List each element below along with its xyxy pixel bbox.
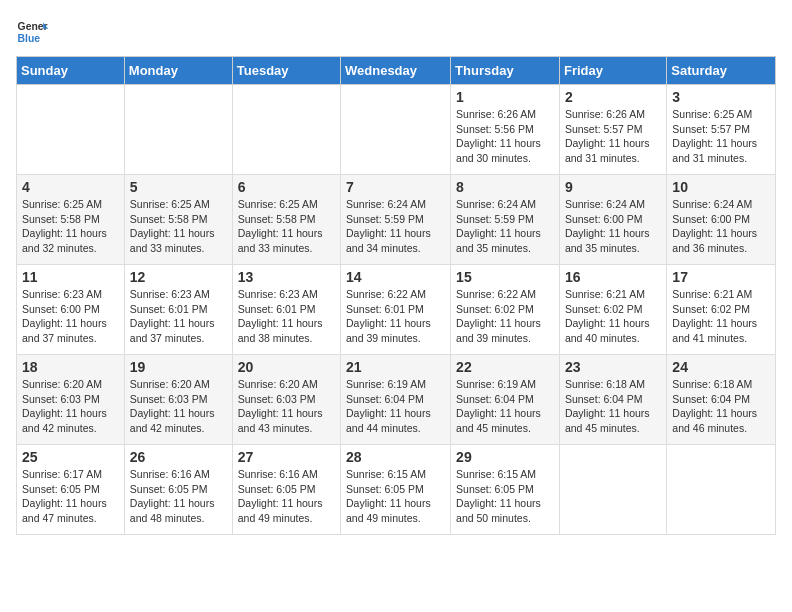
calendar-cell: 18Sunrise: 6:20 AM Sunset: 6:03 PM Dayli… [17,355,125,445]
calendar-cell: 5Sunrise: 6:25 AM Sunset: 5:58 PM Daylig… [124,175,232,265]
cell-info: Sunrise: 6:15 AM Sunset: 6:05 PM Dayligh… [456,467,554,526]
day-number: 3 [672,89,770,105]
cell-info: Sunrise: 6:19 AM Sunset: 6:04 PM Dayligh… [456,377,554,436]
cell-info: Sunrise: 6:23 AM Sunset: 6:01 PM Dayligh… [238,287,335,346]
cell-info: Sunrise: 6:26 AM Sunset: 5:56 PM Dayligh… [456,107,554,166]
day-number: 11 [22,269,119,285]
day-number: 22 [456,359,554,375]
cell-info: Sunrise: 6:24 AM Sunset: 5:59 PM Dayligh… [456,197,554,256]
cell-info: Sunrise: 6:25 AM Sunset: 5:57 PM Dayligh… [672,107,770,166]
calendar-cell: 1Sunrise: 6:26 AM Sunset: 5:56 PM Daylig… [451,85,560,175]
calendar-cell: 26Sunrise: 6:16 AM Sunset: 6:05 PM Dayli… [124,445,232,535]
cell-info: Sunrise: 6:21 AM Sunset: 6:02 PM Dayligh… [672,287,770,346]
calendar-cell [667,445,776,535]
day-number: 20 [238,359,335,375]
day-number: 2 [565,89,661,105]
cell-info: Sunrise: 6:24 AM Sunset: 5:59 PM Dayligh… [346,197,445,256]
calendar-week-row: 25Sunrise: 6:17 AM Sunset: 6:05 PM Dayli… [17,445,776,535]
day-number: 6 [238,179,335,195]
calendar-cell: 19Sunrise: 6:20 AM Sunset: 6:03 PM Dayli… [124,355,232,445]
cell-info: Sunrise: 6:22 AM Sunset: 6:02 PM Dayligh… [456,287,554,346]
cell-info: Sunrise: 6:22 AM Sunset: 6:01 PM Dayligh… [346,287,445,346]
day-number: 8 [456,179,554,195]
cell-info: Sunrise: 6:24 AM Sunset: 6:00 PM Dayligh… [565,197,661,256]
calendar-cell: 29Sunrise: 6:15 AM Sunset: 6:05 PM Dayli… [451,445,560,535]
calendar-week-row: 18Sunrise: 6:20 AM Sunset: 6:03 PM Dayli… [17,355,776,445]
cell-info: Sunrise: 6:18 AM Sunset: 6:04 PM Dayligh… [672,377,770,436]
cell-info: Sunrise: 6:20 AM Sunset: 6:03 PM Dayligh… [22,377,119,436]
day-number: 19 [130,359,227,375]
day-number: 15 [456,269,554,285]
day-number: 13 [238,269,335,285]
calendar-cell: 14Sunrise: 6:22 AM Sunset: 6:01 PM Dayli… [341,265,451,355]
calendar-cell: 6Sunrise: 6:25 AM Sunset: 5:58 PM Daylig… [232,175,340,265]
calendar-cell: 16Sunrise: 6:21 AM Sunset: 6:02 PM Dayli… [559,265,666,355]
calendar-cell: 11Sunrise: 6:23 AM Sunset: 6:00 PM Dayli… [17,265,125,355]
cell-info: Sunrise: 6:26 AM Sunset: 5:57 PM Dayligh… [565,107,661,166]
day-number: 10 [672,179,770,195]
calendar-cell: 27Sunrise: 6:16 AM Sunset: 6:05 PM Dayli… [232,445,340,535]
calendar-cell [124,85,232,175]
calendar-week-row: 11Sunrise: 6:23 AM Sunset: 6:00 PM Dayli… [17,265,776,355]
day-number: 17 [672,269,770,285]
cell-info: Sunrise: 6:20 AM Sunset: 6:03 PM Dayligh… [238,377,335,436]
cell-info: Sunrise: 6:20 AM Sunset: 6:03 PM Dayligh… [130,377,227,436]
day-number: 9 [565,179,661,195]
calendar-header-row: SundayMondayTuesdayWednesdayThursdayFrid… [17,57,776,85]
day-number: 18 [22,359,119,375]
day-number: 28 [346,449,445,465]
calendar-cell [232,85,340,175]
cell-info: Sunrise: 6:16 AM Sunset: 6:05 PM Dayligh… [130,467,227,526]
header-monday: Monday [124,57,232,85]
header-saturday: Saturday [667,57,776,85]
cell-info: Sunrise: 6:18 AM Sunset: 6:04 PM Dayligh… [565,377,661,436]
cell-info: Sunrise: 6:25 AM Sunset: 5:58 PM Dayligh… [22,197,119,256]
cell-info: Sunrise: 6:24 AM Sunset: 6:00 PM Dayligh… [672,197,770,256]
calendar-table: SundayMondayTuesdayWednesdayThursdayFrid… [16,56,776,535]
header-sunday: Sunday [17,57,125,85]
day-number: 14 [346,269,445,285]
svg-text:Blue: Blue [18,33,41,44]
calendar-cell: 24Sunrise: 6:18 AM Sunset: 6:04 PM Dayli… [667,355,776,445]
calendar-cell: 15Sunrise: 6:22 AM Sunset: 6:02 PM Dayli… [451,265,560,355]
day-number: 23 [565,359,661,375]
header-friday: Friday [559,57,666,85]
cell-info: Sunrise: 6:19 AM Sunset: 6:04 PM Dayligh… [346,377,445,436]
day-number: 5 [130,179,227,195]
calendar-cell: 3Sunrise: 6:25 AM Sunset: 5:57 PM Daylig… [667,85,776,175]
calendar-cell: 25Sunrise: 6:17 AM Sunset: 6:05 PM Dayli… [17,445,125,535]
calendar-cell: 20Sunrise: 6:20 AM Sunset: 6:03 PM Dayli… [232,355,340,445]
day-number: 1 [456,89,554,105]
day-number: 27 [238,449,335,465]
calendar-cell: 2Sunrise: 6:26 AM Sunset: 5:57 PM Daylig… [559,85,666,175]
calendar-cell [341,85,451,175]
calendar-cell: 10Sunrise: 6:24 AM Sunset: 6:00 PM Dayli… [667,175,776,265]
calendar-cell [17,85,125,175]
cell-info: Sunrise: 6:15 AM Sunset: 6:05 PM Dayligh… [346,467,445,526]
calendar-cell: 12Sunrise: 6:23 AM Sunset: 6:01 PM Dayli… [124,265,232,355]
cell-info: Sunrise: 6:21 AM Sunset: 6:02 PM Dayligh… [565,287,661,346]
cell-info: Sunrise: 6:17 AM Sunset: 6:05 PM Dayligh… [22,467,119,526]
header-tuesday: Tuesday [232,57,340,85]
cell-info: Sunrise: 6:25 AM Sunset: 5:58 PM Dayligh… [130,197,227,256]
day-number: 4 [22,179,119,195]
calendar-cell: 4Sunrise: 6:25 AM Sunset: 5:58 PM Daylig… [17,175,125,265]
day-number: 7 [346,179,445,195]
cell-info: Sunrise: 6:23 AM Sunset: 6:01 PM Dayligh… [130,287,227,346]
calendar-cell: 28Sunrise: 6:15 AM Sunset: 6:05 PM Dayli… [341,445,451,535]
calendar-cell: 21Sunrise: 6:19 AM Sunset: 6:04 PM Dayli… [341,355,451,445]
calendar-week-row: 1Sunrise: 6:26 AM Sunset: 5:56 PM Daylig… [17,85,776,175]
day-number: 24 [672,359,770,375]
day-number: 21 [346,359,445,375]
cell-info: Sunrise: 6:23 AM Sunset: 6:00 PM Dayligh… [22,287,119,346]
calendar-cell [559,445,666,535]
day-number: 16 [565,269,661,285]
day-number: 29 [456,449,554,465]
calendar-cell: 17Sunrise: 6:21 AM Sunset: 6:02 PM Dayli… [667,265,776,355]
logo-icon: General Blue [16,16,48,48]
cell-info: Sunrise: 6:16 AM Sunset: 6:05 PM Dayligh… [238,467,335,526]
day-number: 25 [22,449,119,465]
day-number: 12 [130,269,227,285]
calendar-week-row: 4Sunrise: 6:25 AM Sunset: 5:58 PM Daylig… [17,175,776,265]
page-header: General Blue [16,16,776,48]
